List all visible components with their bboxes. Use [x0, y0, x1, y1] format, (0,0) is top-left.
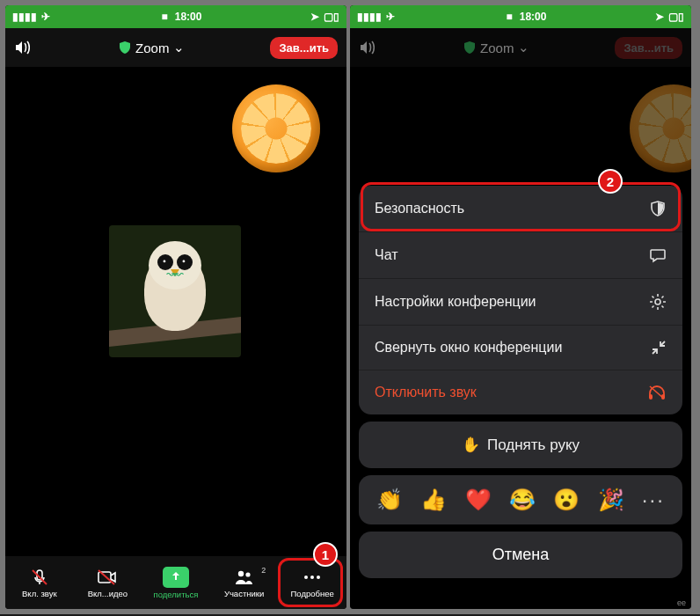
svg-point-4 [245, 572, 250, 576]
title-text: Zoom [135, 40, 169, 55]
speaker-icon[interactable] [14, 40, 33, 55]
menu-minimize-label: Свернуть окно конференции [375, 340, 562, 356]
hand-icon: ✋ [462, 436, 480, 454]
gear-icon [649, 293, 667, 311]
unmute-button[interactable]: Вкл. звук [5, 568, 74, 598]
end-meeting-button[interactable]: Зав...ить [270, 37, 338, 59]
location-icon: ➤ [655, 11, 664, 23]
menu-chat-label: Чат [375, 247, 398, 263]
reaction-thumbs-up[interactable]: 👍 [420, 488, 447, 512]
airplane-icon: ✈ [41, 11, 50, 23]
menu-disconnect-label: Отключить звук [375, 385, 477, 400]
menu-security-label: Безопасность [375, 201, 464, 216]
menu-minimize[interactable]: Свернуть окно конференции [359, 326, 682, 370]
phone-left: ▮▮▮▮ ✈ ■ 18:00 ➤ ▢▯ Zoom ⌄ Зав...ить [5, 5, 346, 609]
phone-right: ▮▮▮▮ ✈ ■ 18:00 ➤ ▢▯ Zoom ⌄ Зав...ить Без… [350, 5, 691, 609]
chat-icon [649, 246, 667, 264]
raise-hand-label: Поднять руку [487, 436, 580, 454]
status-time: 18:00 [175, 11, 202, 23]
menu-settings[interactable]: Настройки конференции [359, 279, 682, 326]
microphone-muted-icon [28, 568, 51, 587]
svg-rect-1 [98, 572, 111, 583]
shield-icon [463, 41, 476, 54]
action-sheet: Безопасность Чат Настройки конференции С… [359, 186, 682, 578]
raise-hand-panel: ✋ Поднять руку [359, 422, 682, 468]
zoom-header: Zoom ⌄ Зав...ить [5, 28, 346, 67]
reaction-joy[interactable]: 😂 [509, 488, 536, 512]
reactions-panel: 👏 👍 ❤️ 😂 😮 🎉 ··· [359, 475, 682, 524]
more-button[interactable]: Подробнее [278, 568, 346, 598]
status-bar: ▮▮▮▮ ✈ ■ 18:00 ➤ ▢▯ [5, 5, 346, 28]
signal-icon: ▮▮▮▮ [12, 11, 37, 23]
participants-button[interactable]: 2 Участники [210, 568, 279, 598]
share-icon [163, 567, 189, 588]
step-marker-2: 2 [598, 169, 623, 194]
menu-panel: Безопасность Чат Настройки конференции С… [359, 186, 682, 414]
toolbar-peek: ее [677, 598, 686, 607]
headphones-off-icon [647, 385, 667, 400]
step-marker-1: 1 [313, 542, 338, 567]
share-button[interactable]: поделиться [142, 567, 210, 599]
reaction-more[interactable]: ··· [642, 488, 665, 512]
battery-icon: ▢▯ [324, 11, 339, 23]
reaction-tada[interactable]: 🎉 [598, 488, 624, 512]
svg-point-3 [237, 570, 243, 576]
svg-rect-9 [649, 394, 653, 400]
location-icon: ➤ [310, 11, 319, 23]
signal-icon: ▮▮▮▮ [357, 11, 382, 23]
zoom-header: Zoom ⌄ Зав...ить [350, 28, 691, 67]
shield-icon [119, 41, 131, 54]
share-label: поделиться [154, 590, 199, 599]
menu-settings-label: Настройки конференции [375, 294, 536, 310]
participants-label: Участники [224, 589, 264, 598]
battery-icon: ▢▯ [668, 11, 684, 23]
recording-icon: ■ [507, 11, 513, 23]
raise-hand-button[interactable]: ✋ Поднять руку [359, 422, 682, 468]
minimize-icon [651, 340, 667, 356]
svg-point-7 [317, 576, 320, 579]
status-bar: ▮▮▮▮ ✈ ■ 18:00 ➤ ▢▯ [350, 5, 691, 28]
video-area: ↝↜ [5, 67, 346, 556]
reactions-row: 👏 👍 ❤️ 😂 😮 🎉 ··· [359, 475, 682, 524]
more-label: Подробнее [291, 589, 334, 598]
chevron-down-icon: ⌄ [518, 40, 529, 55]
svg-point-8 [655, 299, 660, 304]
meeting-title[interactable]: Zoom ⌄ [463, 40, 529, 55]
video-label: Вкл...идео [88, 589, 128, 598]
participants-icon [233, 568, 256, 587]
reaction-heart[interactable]: ❤️ [465, 488, 492, 512]
speaker-icon[interactable] [359, 40, 378, 55]
menu-chat[interactable]: Чат [359, 232, 682, 279]
unmute-label: Вкл. звук [22, 589, 57, 598]
svg-point-5 [304, 576, 308, 579]
recording-icon: ■ [162, 11, 168, 23]
end-meeting-button[interactable]: Зав...ить [615, 37, 682, 59]
start-video-button[interactable]: Вкл...идео [74, 568, 142, 598]
video-off-icon [96, 568, 119, 587]
status-time: 18:00 [520, 11, 547, 23]
shield-outline-icon [649, 200, 667, 217]
meeting-title[interactable]: Zoom ⌄ [119, 40, 185, 55]
more-icon [301, 568, 324, 587]
participant-avatar-orange [232, 84, 320, 172]
cancel-button[interactable]: Отмена [359, 532, 682, 578]
participants-count: 2 [261, 566, 266, 575]
title-text: Zoom [480, 40, 514, 55]
reaction-wow[interactable]: 😮 [553, 488, 580, 512]
chevron-down-icon: ⌄ [173, 40, 185, 55]
menu-disconnect-audio[interactable]: Отключить звук [359, 370, 682, 414]
reaction-clap[interactable]: 👏 [376, 488, 403, 512]
airplane-icon: ✈ [386, 11, 395, 23]
bottom-toolbar: Вкл. звук Вкл...идео поделиться 2 Участн… [5, 556, 346, 609]
participant-avatar-owl: ↝↜ [109, 225, 241, 357]
menu-security[interactable]: Безопасность [359, 186, 682, 232]
svg-point-6 [310, 576, 314, 579]
